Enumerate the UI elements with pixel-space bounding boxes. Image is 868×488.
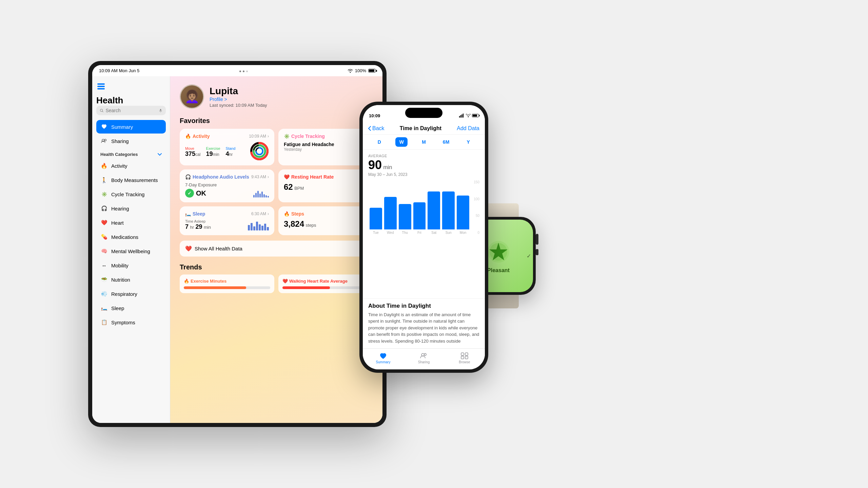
sleep-hr-unit: hr <box>190 225 194 230</box>
profile-info: Lupita Profile > Last synced: 10:09 AM T… <box>210 86 373 108</box>
back-label: Back <box>372 125 384 131</box>
sleep-bar-8 <box>267 227 269 230</box>
favorites-title: Favorites <box>170 114 382 129</box>
bar-sat: Sat <box>428 180 440 235</box>
trends-title: Trends <box>170 262 382 274</box>
exercise-unit: min <box>213 152 219 157</box>
bar-wed-label: Wed <box>387 231 394 235</box>
sleep-card[interactable]: 🛏️ Sleep 6:30 AM › Time Aslee <box>180 206 274 235</box>
sidebar-item-medications[interactable]: 💊 Medications <box>96 230 166 244</box>
watch-star-svg <box>487 240 510 264</box>
show-all-row[interactable]: ❤️ Show All Health Data <box>180 241 373 257</box>
sidebar-item-cycle[interactable]: ✳️ Cycle Tracking <box>96 187 166 201</box>
activity-card[interactable]: 🔥 Activity 10:09 AM › <box>180 129 274 165</box>
svg-rect-24 <box>465 356 468 359</box>
cycle-cat-icon: ✳️ <box>100 190 108 198</box>
cycle-card[interactable]: ✳️ Cycle Tracking › Fatigue and Headache… <box>278 129 373 165</box>
iphone-back-btn[interactable]: Back <box>368 125 384 131</box>
period-tab-d[interactable]: D <box>373 137 386 147</box>
battery-icon <box>368 69 376 73</box>
exercise-value: 19 <box>206 150 213 157</box>
activity-label: Activity <box>111 163 127 169</box>
main-content: 👩🏽‍🦱 Lupita Profile > Last synced: 10:09… <box>170 76 382 423</box>
headphone-time: 9:43 AM › <box>251 175 269 179</box>
sidebar-item-mobility[interactable]: ↔️ Mobility <box>96 259 166 272</box>
sleep-bar-1 <box>248 225 250 230</box>
symptoms-label: Symptoms <box>111 320 135 325</box>
bar-thu-label: Thu <box>402 231 408 235</box>
iphone-nav-bar: Back Time in Daylight Add Data <box>363 122 485 135</box>
sidebar-item-hearing[interactable]: 🎧 Hearing <box>96 202 166 215</box>
heart-nav-icon <box>101 124 107 129</box>
bpm-unit: BPM <box>294 186 304 191</box>
bar-sun-rect <box>442 191 455 229</box>
audio-bar-2 <box>255 193 257 198</box>
search-bar[interactable] <box>96 106 166 115</box>
chart-y-axis: 150 100 50 0 <box>474 180 479 235</box>
heart-rate-card[interactable]: ❤️ Resting Heart Rate 62 BPM <box>278 169 373 202</box>
sleep-bar-5 <box>259 224 261 230</box>
iphone-battery-fill <box>473 115 477 117</box>
sidebar-item-body[interactable]: 🚶 Body Measurements <box>96 173 166 187</box>
sidebar-item-sharing[interactable]: Sharing <box>96 134 166 148</box>
tab-browse[interactable]: Browse <box>444 352 485 364</box>
sidebar-item-sleep[interactable]: 🛏️ Sleep <box>96 301 166 315</box>
period-tab-6m[interactable]: 6M <box>440 137 452 147</box>
sidebar-item-mental[interactable]: 🧠 Mental Wellbeing <box>96 244 166 258</box>
sleep-bar-2 <box>251 223 253 230</box>
trend-exercise[interactable]: 🔥 Exercise Minutes <box>180 274 274 293</box>
respiratory-label: Respiratory <box>111 291 137 297</box>
sleep-card-header: 🛏️ Sleep 6:30 AM › <box>185 211 269 217</box>
chart-big-value: 90 <box>368 158 382 172</box>
search-icon <box>100 108 103 113</box>
sidebar-top <box>96 82 166 91</box>
sidebar-item-activity[interactable]: 🔥 Activity <box>96 159 166 172</box>
profile-sync: Last synced: 10:09 AM Today <box>210 103 373 108</box>
sidebar-item-summary[interactable]: Summary <box>96 120 166 134</box>
period-tab-w[interactable]: W <box>395 137 408 147</box>
sidebar-item-nutrition[interactable]: 🥗 Nutrition <box>96 273 166 286</box>
bar-fri-label: Fri <box>417 231 421 235</box>
activity-card-body: Move 375cal Exercise 19min Stand <box>185 142 269 161</box>
sidebar-item-respiratory[interactable]: 💨 Respiratory <box>96 287 166 301</box>
sleep-bar-3 <box>253 226 255 230</box>
cycle-event: Fatigue and Headache <box>284 142 368 147</box>
iphone-add-btn[interactable]: Add Data <box>457 125 479 131</box>
sidebar-toggle-icon <box>97 83 105 89</box>
sleep-bar-7 <box>264 224 266 230</box>
tab-sharing[interactable]: Sharing <box>403 352 444 364</box>
svg-point-20 <box>424 353 426 355</box>
period-tab-y[interactable]: Y <box>462 137 474 147</box>
sidebar-toggle-btn[interactable] <box>96 82 106 91</box>
iphone-device: 10:09 <box>359 102 488 373</box>
tab-sharing-label: Sharing <box>418 360 430 364</box>
svg-rect-22 <box>465 353 468 355</box>
ipad-battery-pct: 100% <box>355 68 366 73</box>
audio-bar-6 <box>263 194 265 198</box>
sidebar-item-symptoms[interactable]: 📋 Symptoms <box>96 316 166 329</box>
resp-cat-icon: 💨 <box>100 290 108 298</box>
trend-heart-icon: ❤️ <box>282 279 288 284</box>
headphone-card[interactable]: 🎧 Headphone Audio Levels 9:43 AM › 7-Day… <box>180 169 274 202</box>
headphone-chevron-icon: › <box>268 175 269 179</box>
trend-heart[interactable]: ❤️ Walking Heart Rate Average <box>278 274 373 293</box>
tab-summary[interactable]: Summary <box>363 352 403 364</box>
search-input[interactable] <box>105 108 156 113</box>
sleep-asleep-label: Time Asleep <box>185 219 211 223</box>
activity-time: 10:09 AM › <box>249 134 269 139</box>
headphone-title: 🎧 Headphone Audio Levels <box>185 174 249 180</box>
period-tabs: D W M 6M Y <box>363 135 485 150</box>
sleep-value-row: 7 hr 29 min <box>185 223 211 230</box>
iphone-battery-icon <box>472 114 479 117</box>
svg-rect-21 <box>461 353 464 355</box>
activity-cat-icon: 🔥 <box>100 162 108 169</box>
exposure-label: 7-Day Exposure <box>185 182 269 187</box>
bar-thu: Thu <box>399 180 411 235</box>
steps-value: 3,824 <box>284 219 304 228</box>
steps-card[interactable]: 🔥 Steps 3,824 steps <box>278 206 373 235</box>
period-tab-m[interactable]: M <box>418 137 430 147</box>
profile-link[interactable]: Profile > <box>210 97 373 102</box>
sidebar-item-heart[interactable]: ❤️ Heart <box>96 216 166 229</box>
iphone-tab-bar: Summary Sharing <box>363 348 485 369</box>
heart-rate-header: ❤️ Resting Heart Rate <box>284 174 368 180</box>
